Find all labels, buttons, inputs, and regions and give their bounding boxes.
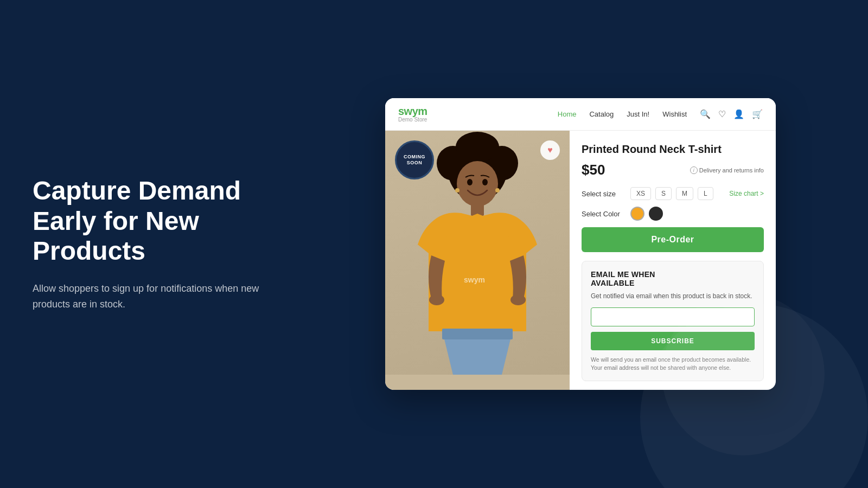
- color-label: Select Color: [582, 210, 625, 218]
- subscribe-button[interactable]: SUBSCRIBE: [591, 332, 755, 350]
- demo-store-label: Demo Store: [398, 117, 427, 123]
- email-notify-section: EMAIL ME WHENAVAILABLE Get notified via …: [582, 261, 764, 381]
- svg-point-6: [467, 179, 473, 185]
- color-swatch-dark[interactable]: [649, 207, 663, 221]
- size-chip-xs[interactable]: XS: [630, 187, 651, 200]
- heart-icon[interactable]: ♡: [718, 109, 726, 119]
- size-option-row: Select size XS S M L Size chart >: [582, 187, 764, 200]
- nav-link-justin[interactable]: Just In!: [627, 110, 649, 118]
- info-icon: i: [690, 166, 698, 174]
- brand-name: swym: [398, 106, 427, 117]
- color-swatch-orange[interactable]: [630, 207, 644, 221]
- nav-icons: 🔍 ♡ 👤 🛒: [700, 109, 763, 119]
- store-nav: swym Demo Store Home Catalog Just In! Wi…: [385, 98, 776, 131]
- size-chip-s[interactable]: S: [655, 187, 672, 200]
- color-options: [630, 207, 663, 221]
- size-chip-l[interactable]: L: [698, 187, 713, 200]
- size-label: Select size: [582, 190, 625, 198]
- nav-links: Home Catalog Just In! Wishlist: [558, 110, 687, 118]
- delivery-info: i Delivery and returns info: [690, 166, 764, 174]
- svg-rect-12: [442, 329, 513, 339]
- product-price: $50: [582, 162, 605, 178]
- store-logo: swym Demo Store: [398, 106, 427, 123]
- headline: Capture Demand Early for New Products: [33, 176, 282, 266]
- product-name: Printed Round Neck T-shirt: [582, 143, 764, 156]
- svg-point-14: [495, 188, 500, 192]
- email-disclaimer: We will send you an email once the produ…: [591, 356, 755, 371]
- email-description: Get notified via email when this product…: [591, 292, 755, 301]
- svg-point-11: [510, 294, 526, 305]
- color-option-row: Select Color: [582, 207, 764, 221]
- delivery-label: Delivery and returns info: [699, 167, 764, 174]
- coming-soon-text: COMINGSOON: [404, 154, 425, 166]
- cart-icon[interactable]: 🛒: [752, 109, 763, 119]
- size-chip-m[interactable]: M: [676, 187, 693, 200]
- email-input[interactable]: [591, 307, 755, 326]
- email-section-title: EMAIL ME WHENAVAILABLE: [591, 270, 755, 287]
- product-price-row: $50 i Delivery and returns info: [582, 162, 764, 178]
- nav-link-home[interactable]: Home: [558, 110, 577, 118]
- preorder-button[interactable]: Pre-Order: [582, 227, 764, 252]
- product-body: COMINGSOON ♥: [385, 131, 776, 389]
- user-icon[interactable]: 👤: [733, 109, 744, 119]
- right-section: swym Demo Store Home Catalog Just In! Wi…: [315, 76, 868, 411]
- svg-point-4: [456, 132, 499, 162]
- svg-point-5: [457, 161, 498, 207]
- product-details: Printed Round Neck T-shirt $50 i Deliver…: [570, 131, 776, 389]
- description: Allow shoppers to sign up for notificati…: [33, 281, 260, 312]
- size-chart-link[interactable]: Size chart >: [729, 190, 764, 197]
- size-options: XS S M L: [630, 187, 713, 200]
- svg-text:swym: swym: [464, 275, 485, 284]
- svg-point-13: [455, 188, 459, 192]
- store-card: swym Demo Store Home Catalog Just In! Wi…: [385, 98, 776, 389]
- coming-soon-badge: COMINGSOON: [395, 140, 434, 179]
- svg-point-10: [429, 294, 444, 305]
- svg-point-7: [482, 179, 488, 185]
- search-icon[interactable]: 🔍: [700, 109, 711, 119]
- product-image-container: COMINGSOON ♥: [385, 131, 570, 389]
- wishlist-heart-icon: ♥: [547, 145, 553, 155]
- left-section: Capture Demand Early for New Products Al…: [0, 176, 315, 312]
- nav-link-wishlist[interactable]: Wishlist: [662, 110, 687, 118]
- nav-link-catalog[interactable]: Catalog: [589, 110, 614, 118]
